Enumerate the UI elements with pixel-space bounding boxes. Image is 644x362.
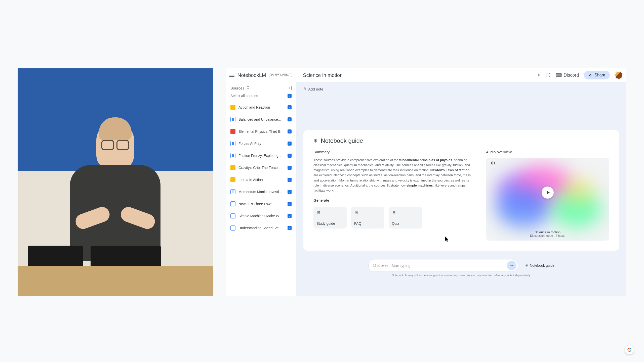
source-label: Friction Frenzy: Exploring ... xyxy=(238,154,285,158)
source-item[interactable]: Understanding Speed, Vel...✓ xyxy=(230,222,292,234)
source-item[interactable]: Momentum Mania: Investi...✓ xyxy=(230,186,292,198)
app-header: NotebookLM EXPERIMENTAL Science in motio… xyxy=(226,68,626,82)
audio-overview-box: Science in motion Discussion mode · 2 ho… xyxy=(486,158,609,241)
share-button[interactable]: ⪪ Share xyxy=(584,71,610,79)
summary-text: These sources provide a comprehensive ex… xyxy=(313,158,473,193)
desk xyxy=(18,266,213,296)
help-icon[interactable]: ⓘ xyxy=(546,72,550,78)
source-type-icon xyxy=(230,213,235,218)
audio-title: Science in motion xyxy=(486,230,609,234)
share-label: Share xyxy=(594,73,605,77)
user-avatar[interactable] xyxy=(615,71,623,79)
source-type-icon xyxy=(230,177,235,182)
source-checkbox[interactable]: ✓ xyxy=(288,129,292,133)
source-checkbox[interactable]: ✓ xyxy=(288,226,292,230)
source-item[interactable]: Simple Machines Make W...✓ xyxy=(230,210,292,222)
page-title: Science in motion xyxy=(303,72,343,78)
source-label: Understanding Speed, Vel... xyxy=(238,226,285,230)
discord-icon: ⌨ xyxy=(555,72,562,78)
presenter-figure xyxy=(67,122,163,261)
source-type-icon xyxy=(230,153,235,158)
sparkle-icon: ✳ xyxy=(313,138,318,144)
source-label: Balanced and Unbalance... xyxy=(238,117,285,121)
source-label: Newton's Three Laws xyxy=(238,202,285,206)
source-label: Inertia In Action xyxy=(238,178,285,182)
arrow-icon: → xyxy=(509,263,514,268)
source-item[interactable]: Newton's Three Laws✓ xyxy=(230,198,292,210)
source-item[interactable]: Gravity's Grip: The Force ...✓ xyxy=(230,162,292,174)
app-brand: NotebookLM xyxy=(237,72,266,78)
add-source-button[interactable]: ＋ xyxy=(287,86,292,90)
source-type-icon xyxy=(230,201,235,206)
source-type-icon xyxy=(230,189,235,194)
source-item[interactable]: Balanced and Unbalance...✓ xyxy=(230,113,292,125)
source-checkbox[interactable]: ✓ xyxy=(288,117,292,121)
google-logo: G xyxy=(625,345,634,354)
source-type-icon xyxy=(230,105,235,110)
theme-icon[interactable]: ☀ xyxy=(537,72,541,78)
select-all-checkbox[interactable]: ✓ xyxy=(288,94,292,98)
source-label: Forces At Play xyxy=(238,142,285,146)
source-label: Momentum Mania: Investi... xyxy=(238,190,285,194)
mouse-cursor xyxy=(445,237,449,242)
chat-input[interactable]: Start typing... xyxy=(391,263,503,268)
doc-icon: 🗎 xyxy=(392,210,419,215)
add-note-button[interactable]: ✎ Add note xyxy=(303,87,619,91)
source-checkbox[interactable]: ✓ xyxy=(288,214,292,218)
source-label: Gravity's Grip: The Force ... xyxy=(238,166,285,170)
guide-title: Notebook guide xyxy=(321,137,363,144)
audio-overview-label: Audio overview xyxy=(486,150,609,154)
source-checkbox[interactable]: ✓ xyxy=(288,154,292,158)
sparkle-icon: ✳ xyxy=(525,263,528,267)
source-checkbox[interactable]: ✓ xyxy=(288,166,292,170)
generate-card[interactable]: 🗎Quiz xyxy=(389,207,422,229)
generate-card-label: Quiz xyxy=(392,221,419,225)
audio-subtitle: Discussion mode · 2 hosts xyxy=(486,234,609,238)
source-item[interactable]: Action and Reaction✓ xyxy=(230,101,292,113)
source-type-icon xyxy=(230,165,235,170)
source-count: 11 sources xyxy=(373,264,388,267)
shield-icon: ⛉ xyxy=(246,86,250,90)
main-panel: ✎ Add note ✳ Notebook guide Summary Thes… xyxy=(296,82,626,296)
source-item[interactable]: Elemental Physics, Third E...✓ xyxy=(230,125,292,138)
discord-label: Discord xyxy=(564,73,579,78)
generate-card[interactable]: 🗎Study guide xyxy=(313,207,347,229)
share-icon: ⪪ xyxy=(588,73,592,77)
source-type-icon xyxy=(230,117,235,122)
source-label: Simple Machines Make W... xyxy=(238,214,285,218)
source-type-icon xyxy=(230,225,235,231)
menu-icon[interactable] xyxy=(229,74,234,77)
summary-label: Summary xyxy=(313,150,473,154)
chat-input-bar: 11 sources Start typing... → xyxy=(368,259,518,272)
play-icon xyxy=(547,191,550,195)
source-checkbox[interactable]: ✓ xyxy=(288,190,292,194)
source-item[interactable]: Inertia In Action✓ xyxy=(230,174,292,186)
note-icon: ✎ xyxy=(303,87,307,91)
doc-icon: 🗎 xyxy=(316,210,344,215)
source-item[interactable]: Friction Frenzy: Exploring ...✓ xyxy=(230,150,292,162)
notebooklm-app: NotebookLM EXPERIMENTAL Science in motio… xyxy=(226,68,626,296)
source-type-icon xyxy=(230,141,235,146)
generate-label: Generate xyxy=(313,198,473,202)
disclaimer-text: NotebookLM may still sometimes give inac… xyxy=(303,274,619,277)
source-item[interactable]: Forces At Play✓ xyxy=(230,138,292,150)
presenter-video xyxy=(18,68,213,296)
generate-card-label: FAQ xyxy=(354,221,381,225)
notebook-guide-link[interactable]: ✳ Notebook guide xyxy=(525,263,554,267)
notebook-guide-card: ✳ Notebook guide Summary These sources p… xyxy=(303,130,619,251)
generate-card-label: Study guide xyxy=(316,221,344,225)
source-checkbox[interactable]: ✓ xyxy=(288,105,292,109)
experimental-badge: EXPERIMENTAL xyxy=(269,73,292,77)
source-checkbox[interactable]: ✓ xyxy=(288,178,292,182)
send-button[interactable]: → xyxy=(507,261,516,270)
source-type-icon xyxy=(230,129,235,134)
doc-icon: 🗎 xyxy=(354,210,381,215)
source-checkbox[interactable]: ✓ xyxy=(288,142,292,146)
add-note-label: Add note xyxy=(308,87,323,91)
source-checkbox[interactable]: ✓ xyxy=(288,202,292,206)
generate-card[interactable]: 🗎FAQ xyxy=(351,207,384,229)
sources-panel: Sources ⛉ ＋ Select all sources ✓ Action … xyxy=(226,82,296,296)
sources-title: Sources ⛉ xyxy=(230,86,250,90)
play-button[interactable] xyxy=(542,187,554,199)
discord-link[interactable]: ⌨ Discord xyxy=(555,72,579,78)
